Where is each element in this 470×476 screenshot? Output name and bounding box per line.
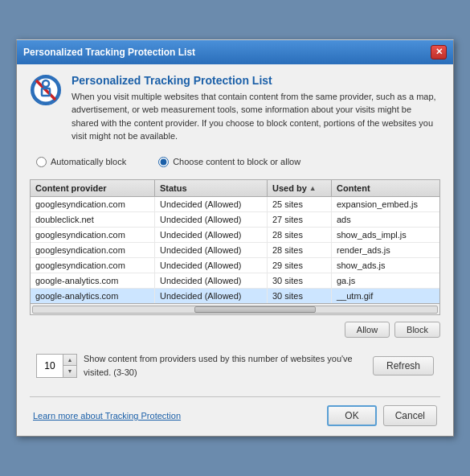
divider [30,396,440,397]
table-row[interactable]: google-analytics.com Undecided (Allowed)… [31,289,439,303]
dialog-window: Personalized Tracking Protection List ✕ … [16,39,454,437]
cell-content: show_ads.js [332,258,439,273]
cell-provider: googlesyndication.com [31,197,155,211]
col-content: Content [332,180,439,196]
radio-auto-block-label: Automatically block [51,156,126,168]
cell-content: ga.js [332,273,439,288]
bottom-section: Learn more about Tracking Protection OK … [30,405,440,426]
cell-content: render_ads.js [332,243,439,257]
learn-more-link[interactable]: Learn more about Tracking Protection [33,411,181,421]
table-row[interactable]: googlesyndication.com Undecided (Allowed… [31,243,439,258]
ok-button[interactable]: OK [327,405,376,426]
table-row[interactable]: googlesyndication.com Undecided (Allowed… [31,197,439,212]
cell-usedby: 28 sites [268,228,332,242]
title-bar: Personalized Tracking Protection List ✕ [17,40,453,64]
scrollbar-thumb[interactable] [194,306,316,313]
table-row[interactable]: googlesyndication.com Undecided (Allowed… [31,228,439,243]
refresh-section: ▲ ▼ Show content from providers used by … [30,347,440,384]
sites-count-spinner[interactable]: ▲ ▼ [36,354,77,378]
spinner-arrows: ▲ ▼ [63,355,76,377]
cell-provider: googlesyndication.com [31,228,155,242]
block-button[interactable]: Block [394,322,440,338]
cell-status: Undecided (Allowed) [155,228,268,242]
cell-content: ads [332,212,439,227]
table-row[interactable]: doubleclick.net Undecided (Allowed) 27 s… [31,212,439,228]
horizontal-scrollbar-area[interactable] [31,303,439,314]
table-row[interactable]: googlesyndication.com Undecided (Allowed… [31,258,439,273]
radio-section: Automatically block Choose content to bl… [30,153,440,171]
refresh-description: Show content from providers used by this… [84,352,366,379]
cell-content: expansion_embed.js [332,197,439,211]
cell-content: show_ads_impl.js [332,228,439,242]
table-body: googlesyndication.com Undecided (Allowed… [31,197,439,303]
spinner-up-button[interactable]: ▲ [63,355,76,366]
radio-auto-block[interactable] [36,157,47,167]
cell-content: __utm.gif [332,289,439,303]
cell-provider: googlesyndication.com [31,243,155,257]
radio-choose-content-label: Choose content to block or allow [173,156,300,168]
header-title: Personalized Tracking Protection List [72,74,440,87]
col-provider: Content provider [31,180,155,196]
content-table: Content provider Status Used by ▲ Conten… [30,179,440,315]
shield-icon [30,74,62,106]
radio-option-2[interactable]: Choose content to block or allow [158,156,300,168]
title-bar-left: Personalized Tracking Protection List [23,47,195,58]
header-description: When you visit multiple websites that co… [72,90,440,143]
cell-provider: google-analytics.com [31,289,155,303]
spinner-input-field[interactable] [37,355,63,377]
dialog-title: Personalized Tracking Protection List [23,47,195,58]
horizontal-scrollbar[interactable] [32,306,438,314]
cell-provider: google-analytics.com [31,273,155,288]
header-section: Personalized Tracking Protection List Wh… [30,74,440,143]
cell-usedby: 30 sites [268,273,332,288]
cell-usedby: 28 sites [268,243,332,257]
cell-status: Undecided (Allowed) [155,258,268,273]
dialog-body: Personalized Tracking Protection List Wh… [17,64,453,436]
cell-status: Undecided (Allowed) [155,289,268,303]
cell-status: Undecided (Allowed) [155,273,268,288]
spinner-down-button[interactable]: ▼ [63,366,76,377]
bottom-buttons: OK Cancel [327,405,437,426]
table-header: Content provider Status Used by ▲ Conten… [31,180,439,197]
radio-option-1[interactable]: Automatically block [36,156,126,168]
cell-status: Undecided (Allowed) [155,197,268,211]
allow-button[interactable]: Allow [345,322,390,338]
cell-provider: googlesyndication.com [31,258,155,273]
cell-provider: doubleclick.net [31,212,155,227]
header-text: Personalized Tracking Protection List Wh… [72,74,440,143]
col-usedby[interactable]: Used by ▲ [268,180,332,196]
radio-choose-content[interactable] [158,157,169,167]
cell-usedby: 30 sites [268,289,332,303]
refresh-button[interactable]: Refresh [373,356,434,375]
cell-usedby: 29 sites [268,258,332,273]
cell-usedby: 25 sites [268,197,332,211]
col-status: Status [155,180,268,196]
close-button[interactable]: ✕ [431,45,447,60]
table-row[interactable]: google-analytics.com Undecided (Allowed)… [31,273,439,289]
cell-usedby: 27 sites [268,212,332,227]
cell-status: Undecided (Allowed) [155,212,268,227]
sort-arrow-icon: ▲ [309,184,317,192]
cancel-button[interactable]: Cancel [383,405,437,426]
cell-status: Undecided (Allowed) [155,243,268,257]
action-buttons: Allow Block [30,322,440,338]
